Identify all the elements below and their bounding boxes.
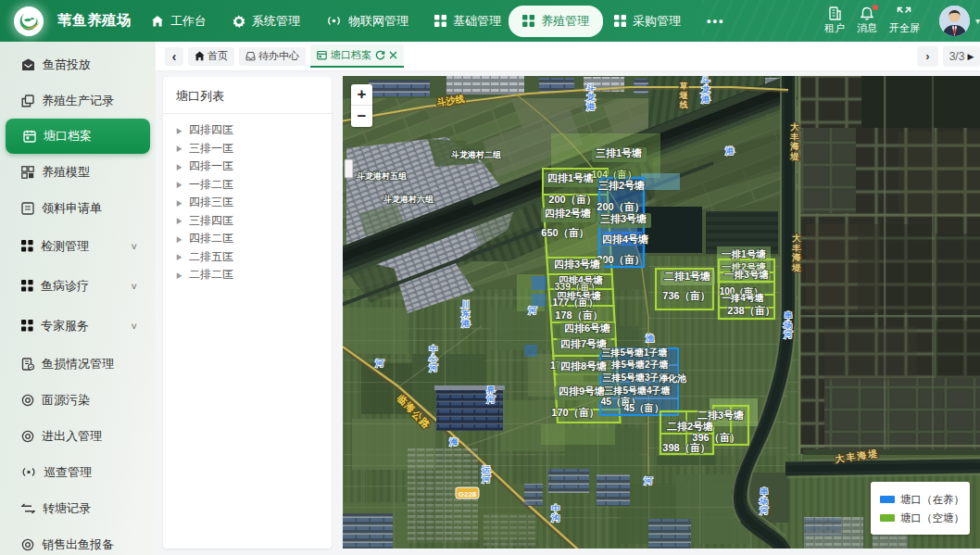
svg-text:四排6号塘: 四排6号塘 <box>564 322 610 334</box>
svg-text:东: 东 <box>461 309 471 319</box>
svg-text:大: 大 <box>790 121 799 132</box>
svg-text:河: 河 <box>482 474 491 484</box>
svg-text:四排4号塘: 四排4号塘 <box>602 233 648 245</box>
svg-text:港: 港 <box>586 102 597 111</box>
svg-text:中: 中 <box>552 504 560 513</box>
svg-text:238（亩）: 238（亩） <box>727 305 774 317</box>
svg-text:渔: 渔 <box>646 334 655 343</box>
svg-text:200（亩）: 200（亩） <box>548 194 596 206</box>
svg-text:二排1号塘: 二排1号塘 <box>664 271 710 282</box>
svg-text:三排5号塘2子塘: 三排5号塘2子塘 <box>602 359 668 370</box>
svg-text:二排2号塘: 二排2号塘 <box>667 421 713 432</box>
svg-text:场: 场 <box>784 321 793 330</box>
svg-text:三排5号塘1子塘: 三排5号塘1子塘 <box>601 347 667 358</box>
svg-text:河: 河 <box>429 363 438 372</box>
svg-text:四排2号塘: 四排2号塘 <box>545 208 591 219</box>
svg-text:四排8号塘: 四排8号塘 <box>560 360 607 372</box>
svg-text:斗龙港村六组: 斗龙港村六组 <box>383 195 433 204</box>
svg-text:线: 线 <box>679 100 688 109</box>
svg-text:斗: 斗 <box>701 76 710 85</box>
svg-text:龙: 龙 <box>586 93 597 102</box>
svg-text:河: 河 <box>375 359 384 368</box>
svg-text:四排3号塘: 四排3号塘 <box>554 259 600 270</box>
svg-text:草: 草 <box>680 82 688 91</box>
svg-text:港: 港 <box>725 146 735 156</box>
svg-text:650（亩）: 650（亩） <box>541 227 588 239</box>
svg-text:心: 心 <box>429 354 438 363</box>
svg-text:三排3号塘: 三排3号塘 <box>600 213 647 224</box>
svg-text:45（亩）: 45（亩） <box>623 402 663 414</box>
svg-text:三排5号塘4子塘: 三排5号塘4子塘 <box>604 385 670 396</box>
svg-text:大: 大 <box>792 233 801 243</box>
svg-text:海: 海 <box>449 437 459 447</box>
svg-text:736（亩）: 736（亩） <box>662 290 710 302</box>
svg-text:一排3号塘: 一排3号塘 <box>724 269 769 280</box>
svg-text:河: 河 <box>760 506 769 515</box>
svg-text:三排2号塘: 三排2号塘 <box>598 180 645 191</box>
svg-text:斗: 斗 <box>586 83 596 93</box>
svg-text:G228: G228 <box>459 490 477 498</box>
svg-text:河: 河 <box>486 395 496 404</box>
svg-text:界: 界 <box>486 385 496 395</box>
svg-text:200（亩）: 200（亩） <box>597 201 644 213</box>
svg-text:龙: 龙 <box>701 85 711 95</box>
svg-text:四排7号塘: 四排7号塘 <box>560 338 607 349</box>
svg-text:一排1号塘: 一排1号塘 <box>722 248 766 259</box>
svg-text:堰: 堰 <box>679 91 688 100</box>
svg-text:二排3号塘: 二排3号塘 <box>697 410 744 421</box>
svg-text:四排9号塘: 四排9号塘 <box>559 385 605 397</box>
svg-text:丰: 丰 <box>789 132 799 142</box>
svg-text:河: 河 <box>528 306 537 315</box>
svg-text:斗龙港村五组: 斗龙港村五组 <box>356 171 407 181</box>
svg-text:堤: 堤 <box>789 151 799 161</box>
svg-text:三排1号塘: 三排1号塘 <box>596 147 642 158</box>
svg-text:海: 海 <box>791 252 801 262</box>
svg-text:场: 场 <box>760 497 769 506</box>
svg-text:398（亩）: 398（亩） <box>662 442 710 454</box>
svg-text:净化池: 净化池 <box>659 373 687 384</box>
svg-text:港: 港 <box>461 319 471 328</box>
svg-text:串: 串 <box>760 487 769 497</box>
svg-text:串: 串 <box>785 311 793 321</box>
svg-text:川: 川 <box>461 300 471 309</box>
svg-text:177（亩）: 177（亩） <box>552 296 597 309</box>
svg-text:四排1号塘: 四排1号塘 <box>547 172 594 183</box>
svg-text:运: 运 <box>482 465 491 474</box>
svg-text:海: 海 <box>789 141 799 151</box>
svg-text:沟: 沟 <box>551 513 560 523</box>
svg-text:河: 河 <box>784 330 793 339</box>
svg-text:中: 中 <box>430 345 438 354</box>
svg-text:堤: 堤 <box>791 262 801 272</box>
svg-text:丰: 丰 <box>791 243 801 253</box>
svg-text:河: 河 <box>644 476 653 486</box>
svg-text:斗龙港村二组: 斗龙港村二组 <box>450 150 501 159</box>
svg-text:178（亩）: 178（亩） <box>555 309 602 322</box>
svg-text:港: 港 <box>701 95 711 104</box>
svg-text:一排4号塘: 一排4号塘 <box>722 293 764 303</box>
svg-text:170（亩）: 170（亩） <box>551 407 598 419</box>
